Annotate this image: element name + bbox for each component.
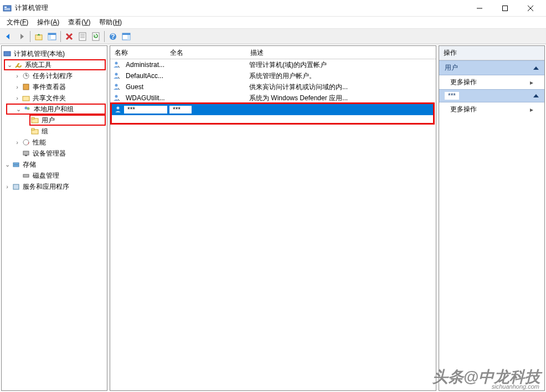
cell-name: DefaultAcc... — [122, 72, 166, 80]
device-icon — [22, 149, 30, 158]
tree-groups[interactable]: 组 — [3, 126, 106, 137]
menu-file[interactable]: 文件(F) — [3, 17, 32, 28]
menu-help[interactable]: 帮助(H) — [96, 17, 125, 28]
list-row[interactable]: Guest 供来宾访问计算机或访问域的内... — [110, 81, 436, 92]
svg-rect-28 — [23, 84, 29, 90]
column-name[interactable]: 名称 — [110, 46, 166, 59]
users-groups-icon — [23, 105, 32, 114]
list-row-selected[interactable]: *** *** — [112, 104, 433, 115]
svg-rect-5 — [503, 6, 508, 11]
actions-section-label: 用户 — [445, 63, 458, 73]
actions-more-1[interactable]: 更多操作 ▸ — [439, 75, 544, 89]
svg-point-44 — [115, 62, 118, 65]
tree-local-users-groups[interactable]: ⌄ 本地用户和组 — [6, 104, 106, 115]
user-icon — [112, 94, 121, 102]
user-icon — [112, 60, 121, 69]
tree-users[interactable]: 用户 — [29, 115, 106, 126]
menu-view[interactable]: 查看(V) — [65, 17, 94, 28]
menu-action[interactable]: 操作(A) — [34, 17, 63, 28]
svg-point-46 — [115, 84, 118, 87]
tree-storage[interactable]: ⌄ 存储 — [3, 159, 106, 170]
delete-button[interactable] — [63, 30, 75, 43]
tree-performance[interactable]: › 性能 — [3, 137, 106, 148]
toolbar-separator — [60, 31, 61, 42]
submenu-icon: ▸ — [530, 79, 533, 86]
collapse-icon — [533, 94, 539, 97]
user-icon — [112, 71, 121, 80]
back-button[interactable] — [2, 30, 14, 43]
refresh-button[interactable] — [90, 30, 102, 43]
user-icon — [114, 105, 123, 114]
list-row[interactable]: DefaultAcc... 系统管理的用户帐户。 — [110, 70, 436, 81]
svg-rect-10 — [48, 33, 56, 35]
column-description[interactable]: 描述 — [246, 46, 436, 59]
svg-rect-1 — [4, 7, 7, 8]
tree-shared-folders[interactable]: › 共享文件夹 — [3, 92, 106, 104]
actions-section-selected[interactable]: *** — [439, 89, 544, 102]
cell-name: Administrat... — [122, 61, 166, 69]
cell-desc: 系统为 Windows Defender 应用... — [246, 94, 436, 103]
actions-more-2[interactable]: 更多操作 ▸ — [439, 102, 544, 116]
collapse-icon — [533, 66, 539, 70]
collapse-icon[interactable]: ⌄ — [14, 106, 23, 113]
actions-header: 操作 — [439, 46, 544, 60]
event-icon — [22, 82, 30, 91]
storage-icon — [12, 160, 20, 169]
tree-event-viewer[interactable]: › 事件查看器 — [3, 81, 106, 92]
expand-icon[interactable]: › — [3, 183, 12, 190]
list-body[interactable]: Administrat... 管理计算机(域)的内置帐户 DefaultAcc.… — [110, 59, 436, 390]
svg-rect-3 — [4, 9, 10, 10]
minimize-button[interactable] — [467, 0, 492, 17]
tree-root[interactable]: 计算机管理(本地) — [3, 48, 106, 59]
disk-icon — [22, 171, 30, 180]
list-row[interactable]: WDAGUtilit... 系统为 Windows Defender 应用... — [110, 92, 436, 104]
tree-task-scheduler[interactable]: › 任务计划程序 — [3, 70, 106, 81]
show-actions-button[interactable] — [120, 30, 132, 43]
maximize-button[interactable] — [492, 0, 518, 17]
svg-rect-14 — [79, 33, 86, 40]
navigation-tree-panel: 计算机管理(本地) ⌄ 系统工具 › 任务计划程序 › 事件查看器 — [1, 45, 107, 391]
actions-panel: 操作 用户 更多操作 ▸ *** 更多操作 ▸ — [439, 45, 545, 391]
column-fullname[interactable]: 全名 — [166, 46, 246, 59]
clock-icon — [22, 71, 30, 80]
expand-icon[interactable]: › — [13, 73, 22, 79]
expand-icon[interactable]: › — [13, 139, 22, 146]
expand-icon[interactable]: › — [13, 95, 22, 101]
performance-icon — [22, 138, 30, 147]
svg-rect-23 — [127, 35, 130, 40]
list-row[interactable]: Administrat... 管理计算机(域)的内置帐户 — [110, 59, 436, 70]
svg-text:?: ? — [111, 33, 115, 40]
cell-name: WDAGUtilit... — [122, 94, 166, 102]
help-button[interactable]: ? — [107, 30, 119, 43]
cell-desc: 管理计算机(域)的内置帐户 — [246, 60, 436, 70]
forward-button[interactable] — [16, 30, 28, 43]
svg-rect-42 — [23, 174, 29, 177]
show-hide-tree-button[interactable] — [46, 30, 58, 43]
tree-services-apps[interactable]: › 服务和应用程序 — [3, 181, 106, 192]
collapse-icon[interactable]: ⌄ — [5, 61, 14, 69]
svg-rect-41 — [13, 165, 19, 167]
svg-rect-11 — [48, 35, 51, 40]
expand-icon[interactable]: › — [13, 84, 22, 90]
tree-disk-management[interactable]: 磁盘管理 — [3, 170, 106, 181]
collapse-icon[interactable]: ⌄ — [3, 161, 12, 168]
cell-name: Guest — [122, 83, 166, 91]
properties-button[interactable] — [76, 30, 89, 43]
cell-desc: 供来宾访问计算机或访问域的内... — [246, 82, 436, 92]
submenu-icon: ▸ — [530, 106, 533, 114]
actions-section-users[interactable]: 用户 — [439, 60, 544, 75]
svg-point-45 — [115, 73, 118, 76]
close-button[interactable] — [518, 0, 543, 17]
user-icon — [112, 82, 121, 91]
tree-system-tools[interactable]: ⌄ 系统工具 — [4, 59, 106, 70]
app-icon — [3, 4, 12, 13]
actions-section-label: *** — [445, 92, 459, 100]
cell-name: *** — [124, 106, 167, 114]
folder-icon — [30, 116, 39, 125]
up-button[interactable] — [33, 30, 45, 43]
tree-device-manager[interactable]: 设备管理器 — [3, 148, 106, 159]
svg-rect-24 — [4, 51, 11, 56]
navigation-tree[interactable]: 计算机管理(本地) ⌄ 系统工具 › 任务计划程序 › 事件查看器 — [2, 46, 107, 194]
svg-point-48 — [117, 107, 120, 110]
content-area: 计算机管理(本地) ⌄ 系统工具 › 任务计划程序 › 事件查看器 — [0, 44, 546, 392]
